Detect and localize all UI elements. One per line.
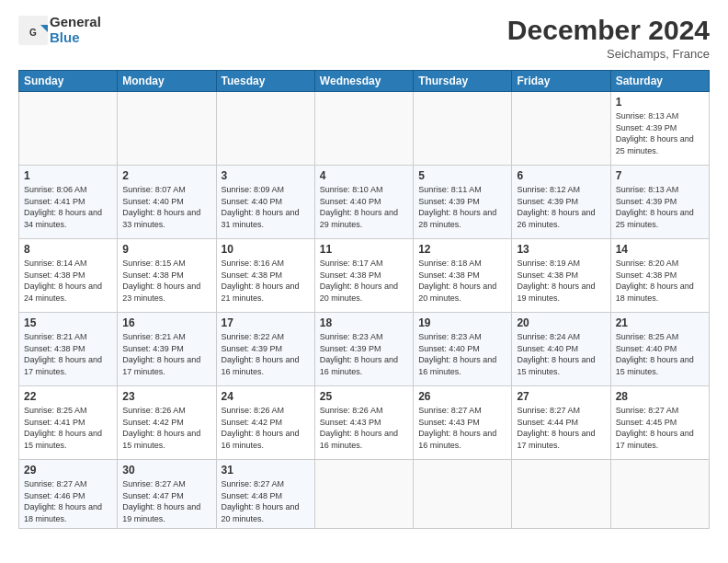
calendar-cell: 28Sunrise: 8:27 AMSunset: 4:45 PMDayligh… xyxy=(610,386,709,460)
logo-blue: Blue xyxy=(50,29,80,45)
calendar-cell xyxy=(19,92,118,166)
calendar-cell: 13Sunrise: 8:19 AMSunset: 4:38 PMDayligh… xyxy=(512,239,610,313)
calendar-header-tuesday: Tuesday xyxy=(216,71,314,92)
day-info: Sunrise: 8:21 AMSunset: 4:39 PMDaylight:… xyxy=(122,331,210,377)
calendar-cell: 1Sunrise: 8:06 AMSunset: 4:41 PMDaylight… xyxy=(19,166,118,239)
day-info: Sunrise: 8:12 AMSunset: 4:39 PMDaylight:… xyxy=(517,184,605,230)
day-info: Sunrise: 8:26 AMSunset: 4:42 PMDaylight:… xyxy=(122,405,210,451)
calendar-header-saturday: Saturday xyxy=(610,71,709,92)
calendar-header-monday: Monday xyxy=(118,71,216,92)
day-info: Sunrise: 8:11 AMSunset: 4:39 PMDaylight:… xyxy=(418,184,506,230)
day-number: 8 xyxy=(24,243,112,256)
calendar-cell xyxy=(512,460,610,529)
calendar-cell: 24Sunrise: 8:26 AMSunset: 4:42 PMDayligh… xyxy=(216,386,314,460)
day-number: 6 xyxy=(517,169,605,182)
day-number: 4 xyxy=(320,169,408,182)
calendar-header-friday: Friday xyxy=(512,71,610,92)
svg-text:G: G xyxy=(29,28,37,38)
calendar-header-row: SundayMondayTuesdayWednesdayThursdayFrid… xyxy=(19,71,710,92)
day-info: Sunrise: 8:27 AMSunset: 4:47 PMDaylight:… xyxy=(122,478,210,524)
day-number: 10 xyxy=(222,243,310,256)
calendar-cell: 29Sunrise: 8:27 AMSunset: 4:46 PMDayligh… xyxy=(19,460,118,529)
day-number: 1 xyxy=(24,169,112,182)
logo-icon: G xyxy=(18,16,48,45)
logo-general: General xyxy=(50,14,101,29)
page: G General Blue December 2024 Seichamps, … xyxy=(0,0,728,563)
calendar-cell: 25Sunrise: 8:26 AMSunset: 4:43 PMDayligh… xyxy=(314,386,413,460)
day-info: Sunrise: 8:14 AMSunset: 4:38 PMDaylight:… xyxy=(24,258,112,304)
day-info: Sunrise: 8:27 AMSunset: 4:45 PMDaylight:… xyxy=(616,405,704,451)
calendar-cell xyxy=(216,92,314,166)
day-number: 27 xyxy=(517,390,605,403)
day-number: 17 xyxy=(222,316,310,329)
day-number: 22 xyxy=(24,390,112,403)
calendar-cell xyxy=(414,92,512,166)
day-info: Sunrise: 8:24 AMSunset: 4:40 PMDaylight:… xyxy=(517,331,605,377)
day-info: Sunrise: 8:27 AMSunset: 4:44 PMDaylight:… xyxy=(517,405,605,451)
day-info: Sunrise: 8:06 AMSunset: 4:41 PMDaylight:… xyxy=(24,184,112,230)
day-info: Sunrise: 8:23 AMSunset: 4:40 PMDaylight:… xyxy=(418,331,506,377)
day-info: Sunrise: 8:21 AMSunset: 4:38 PMDaylight:… xyxy=(24,331,112,377)
calendar-cell xyxy=(414,460,512,529)
calendar-cell: 12Sunrise: 8:18 AMSunset: 4:38 PMDayligh… xyxy=(414,239,512,313)
day-number: 25 xyxy=(320,390,408,403)
calendar-cell: 21Sunrise: 8:25 AMSunset: 4:40 PMDayligh… xyxy=(610,313,709,386)
day-number: 18 xyxy=(320,316,408,329)
calendar-cell: 6Sunrise: 8:12 AMSunset: 4:39 PMDaylight… xyxy=(512,166,610,239)
calendar-header-sunday: Sunday xyxy=(19,71,118,92)
day-info: Sunrise: 8:09 AMSunset: 4:40 PMDaylight:… xyxy=(222,184,310,230)
calendar-table: SundayMondayTuesdayWednesdayThursdayFrid… xyxy=(18,70,710,529)
day-number: 1 xyxy=(616,96,704,109)
calendar-cell: 7Sunrise: 8:13 AMSunset: 4:39 PMDaylight… xyxy=(610,166,709,239)
day-info: Sunrise: 8:17 AMSunset: 4:38 PMDaylight:… xyxy=(320,258,408,304)
day-info: Sunrise: 8:22 AMSunset: 4:39 PMDaylight:… xyxy=(222,331,310,377)
day-number: 20 xyxy=(517,316,605,329)
calendar-cell: 17Sunrise: 8:22 AMSunset: 4:39 PMDayligh… xyxy=(216,313,314,386)
calendar-cell: 11Sunrise: 8:17 AMSunset: 4:38 PMDayligh… xyxy=(314,239,413,313)
calendar-cell: 19Sunrise: 8:23 AMSunset: 4:40 PMDayligh… xyxy=(414,313,512,386)
day-number: 30 xyxy=(122,464,210,477)
day-info: Sunrise: 8:25 AMSunset: 4:40 PMDaylight:… xyxy=(616,331,704,377)
calendar-cell: 8Sunrise: 8:14 AMSunset: 4:38 PMDaylight… xyxy=(19,239,118,313)
calendar-cell: 30Sunrise: 8:27 AMSunset: 4:47 PMDayligh… xyxy=(118,460,216,529)
day-info: Sunrise: 8:27 AMSunset: 4:48 PMDaylight:… xyxy=(222,478,310,524)
day-number: 15 xyxy=(24,316,112,329)
day-number: 28 xyxy=(616,390,704,403)
day-number: 12 xyxy=(418,243,506,256)
day-number: 5 xyxy=(418,169,506,182)
calendar-cell: 22Sunrise: 8:25 AMSunset: 4:41 PMDayligh… xyxy=(19,386,118,460)
day-number: 11 xyxy=(320,243,408,256)
calendar-cell: 4Sunrise: 8:10 AMSunset: 4:40 PMDaylight… xyxy=(314,166,413,239)
day-info: Sunrise: 8:25 AMSunset: 4:41 PMDaylight:… xyxy=(24,405,112,451)
day-info: Sunrise: 8:23 AMSunset: 4:39 PMDaylight:… xyxy=(320,331,408,377)
day-number: 29 xyxy=(24,464,112,477)
calendar-cell: 16Sunrise: 8:21 AMSunset: 4:39 PMDayligh… xyxy=(118,313,216,386)
calendar-cell: 3Sunrise: 8:09 AMSunset: 4:40 PMDaylight… xyxy=(216,166,314,239)
day-number: 16 xyxy=(122,316,210,329)
day-number: 23 xyxy=(122,390,210,403)
day-number: 14 xyxy=(616,243,704,256)
day-info: Sunrise: 8:16 AMSunset: 4:38 PMDaylight:… xyxy=(222,258,310,304)
calendar-cell: 10Sunrise: 8:16 AMSunset: 4:38 PMDayligh… xyxy=(216,239,314,313)
calendar-cell: 2Sunrise: 8:07 AMSunset: 4:40 PMDaylight… xyxy=(118,166,216,239)
day-info: Sunrise: 8:27 AMSunset: 4:43 PMDaylight:… xyxy=(418,405,506,451)
day-number: 7 xyxy=(616,169,704,182)
calendar-header-wednesday: Wednesday xyxy=(314,71,413,92)
title-block: December 2024 Seichamps, France xyxy=(507,15,710,61)
day-info: Sunrise: 8:15 AMSunset: 4:38 PMDaylight:… xyxy=(122,258,210,304)
day-info: Sunrise: 8:13 AMSunset: 4:39 PMDaylight:… xyxy=(616,110,704,156)
calendar-cell: 14Sunrise: 8:20 AMSunset: 4:38 PMDayligh… xyxy=(610,239,709,313)
calendar-cell xyxy=(314,460,413,529)
calendar-cell: 26Sunrise: 8:27 AMSunset: 4:43 PMDayligh… xyxy=(414,386,512,460)
day-number: 24 xyxy=(222,390,310,403)
day-info: Sunrise: 8:26 AMSunset: 4:43 PMDaylight:… xyxy=(320,405,408,451)
calendar-subtitle: Seichamps, France xyxy=(507,47,710,61)
day-number: 3 xyxy=(222,169,310,182)
day-number: 26 xyxy=(418,390,506,403)
calendar-cell: 18Sunrise: 8:23 AMSunset: 4:39 PMDayligh… xyxy=(314,313,413,386)
calendar-title: December 2024 xyxy=(507,15,710,45)
day-info: Sunrise: 8:27 AMSunset: 4:46 PMDaylight:… xyxy=(24,478,112,524)
calendar-cell: 1Sunrise: 8:13 AMSunset: 4:39 PMDaylight… xyxy=(610,92,709,166)
calendar-cell: 23Sunrise: 8:26 AMSunset: 4:42 PMDayligh… xyxy=(118,386,216,460)
calendar-cell xyxy=(610,460,709,529)
